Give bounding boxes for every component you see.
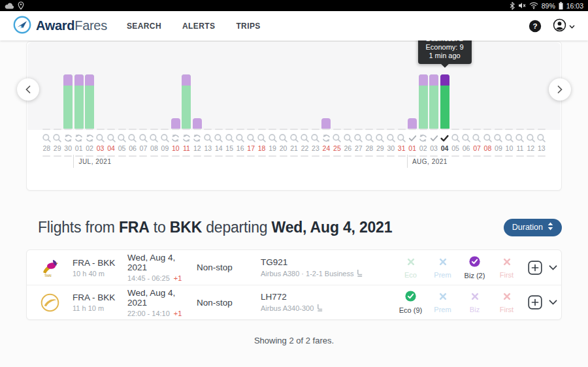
check-icon[interactable] — [408, 133, 417, 143]
refresh-icon[interactable] — [182, 133, 191, 143]
calendar-day-01[interactable]: 01 — [73, 74, 84, 157]
search-icon[interactable] — [214, 133, 223, 143]
calendar-day-01[interactable]: 01 — [407, 74, 417, 157]
calendar-day-11[interactable]: 11 — [515, 74, 525, 157]
calendar-day-25[interactable]: 25 — [332, 74, 342, 157]
calendar-day-22[interactable]: 22 — [299, 74, 310, 157]
search-icon[interactable] — [160, 133, 170, 143]
add-to-trip-button[interactable] — [528, 295, 542, 310]
nav-item-trips[interactable]: TRIPS — [236, 22, 260, 31]
calendar-day-07[interactable]: 07 — [472, 74, 482, 157]
calendar-day-29[interactable]: 29 — [52, 74, 62, 157]
calendar-day-10[interactable]: 10 — [504, 74, 514, 157]
search-icon[interactable] — [225, 133, 235, 143]
calendar-day-28[interactable]: 28 — [364, 74, 374, 157]
calendar-day-20[interactable]: 20 — [278, 74, 288, 157]
calendar-day-12[interactable]: 12 — [525, 74, 536, 157]
search-icon[interactable] — [504, 133, 514, 143]
search-icon[interactable] — [235, 133, 245, 143]
search-icon[interactable] — [52, 133, 62, 143]
brand-logo[interactable]: AwardFares — [13, 16, 107, 37]
calendar-day-04[interactable]: 04 — [106, 74, 116, 157]
refresh-icon[interactable] — [171, 133, 180, 143]
fare-bar[interactable] — [74, 74, 84, 129]
search-icon[interactable] — [203, 133, 213, 143]
search-icon[interactable] — [332, 133, 342, 143]
calendar-day-27[interactable]: 27 — [353, 74, 364, 157]
search-icon[interactable] — [365, 133, 374, 143]
calendar-day-18[interactable]: 18 — [256, 74, 267, 157]
refresh-icon[interactable] — [321, 133, 331, 143]
search-icon[interactable] — [515, 133, 525, 143]
search-icon[interactable] — [106, 133, 116, 143]
calendar-day-15[interactable]: 15 — [224, 74, 235, 157]
calendar-day-13[interactable]: 13 — [203, 74, 213, 157]
calendar-day-04[interactable]: 04 — [439, 74, 449, 157]
calendar-day-09[interactable]: 09 — [493, 74, 504, 157]
search-icon[interactable] — [300, 133, 310, 143]
search-icon[interactable] — [278, 133, 288, 143]
search-icon[interactable] — [526, 133, 536, 143]
calendar-day-08[interactable]: 08 — [149, 74, 159, 157]
calendar-day-23[interactable]: 23 — [310, 74, 321, 157]
calendar-day-08[interactable]: 08 — [482, 74, 493, 157]
calendar-day-26[interactable]: 26 — [342, 74, 353, 157]
calendar-day-24[interactable]: 24 — [321, 74, 331, 157]
search-icon[interactable] — [386, 133, 396, 143]
search-icon[interactable] — [139, 133, 148, 143]
calendar-day-30[interactable]: 30 — [385, 74, 396, 157]
flight-row[interactable]: FRA - BKK 11 h 10 m Wed, Aug 4, 2021 22:… — [27, 285, 561, 319]
calendar-day-02[interactable]: 02 — [417, 74, 428, 157]
search-icon[interactable] — [472, 133, 482, 143]
calendar-day-13[interactable]: 13 — [536, 74, 547, 157]
search-icon[interactable] — [246, 133, 256, 143]
search-icon[interactable] — [310, 133, 320, 143]
calendar-day-17[interactable]: 17 — [246, 74, 256, 157]
refresh-icon[interactable] — [192, 133, 202, 143]
calendar-day-19[interactable]: 19 — [267, 74, 278, 157]
refresh-icon[interactable] — [63, 133, 73, 143]
calendar-prev-button[interactable] — [17, 78, 39, 101]
search-icon[interactable] — [353, 133, 363, 143]
search-icon[interactable] — [268, 133, 278, 143]
search-icon[interactable] — [461, 133, 471, 143]
calendar-day-03[interactable]: 03 — [95, 74, 105, 157]
fare-bar[interactable] — [408, 118, 417, 129]
add-to-trip-button[interactable] — [528, 261, 542, 275]
account-menu-button[interactable] — [553, 18, 575, 34]
calendar-day-06[interactable]: 06 — [127, 74, 138, 157]
calendar-day-28[interactable]: 28 — [41, 74, 52, 157]
calendar-day-16[interactable]: 16 — [235, 74, 245, 157]
calendar-day-03[interactable]: 03 — [429, 74, 439, 157]
fare-bar[interactable] — [63, 74, 73, 129]
search-icon[interactable] — [95, 133, 105, 143]
refresh-icon[interactable] — [85, 133, 95, 143]
fare-bar[interactable] — [321, 118, 331, 129]
calendar-day-10[interactable]: 10 — [171, 74, 181, 157]
search-icon[interactable] — [397, 133, 406, 143]
search-icon[interactable] — [493, 133, 503, 143]
search-icon[interactable] — [451, 133, 461, 143]
flight-row[interactable]: THAI FRA - BKK 10 h 40 m Wed, Aug 4, 202… — [27, 250, 561, 285]
nav-item-search[interactable]: SEARCH — [127, 22, 161, 31]
check-bold-icon[interactable] — [440, 133, 449, 143]
search-icon[interactable] — [289, 133, 299, 143]
calendar-day-09[interactable]: 09 — [159, 74, 170, 157]
calendar-day-30[interactable]: 30 — [63, 74, 73, 157]
search-icon[interactable] — [375, 133, 385, 143]
fare-bar[interactable] — [429, 74, 438, 129]
search-icon[interactable] — [257, 133, 267, 143]
calendar-day-21[interactable]: 21 — [289, 74, 299, 157]
expand-row-button[interactable] — [549, 265, 557, 270]
calendar-day-14[interactable]: 14 — [214, 74, 224, 157]
calendar-day-02[interactable]: 02 — [84, 74, 95, 157]
calendar-day-31[interactable]: 31 — [396, 74, 406, 157]
fare-bar[interactable] — [193, 118, 202, 129]
calendar-day-12[interactable]: 12 — [192, 74, 203, 157]
refresh-icon[interactable] — [418, 133, 428, 143]
nav-item-alerts[interactable]: ALERTS — [182, 22, 215, 31]
search-icon[interactable] — [536, 133, 546, 143]
fare-bar[interactable] — [182, 74, 191, 129]
search-icon[interactable] — [483, 133, 493, 143]
search-icon[interactable] — [117, 133, 127, 143]
